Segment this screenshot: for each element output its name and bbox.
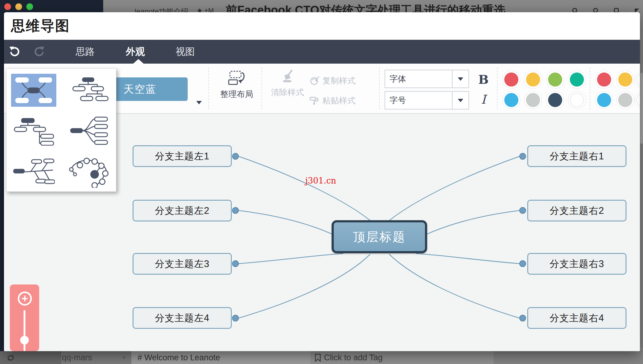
separator <box>208 67 209 110</box>
branch-node-right-1[interactable]: 分支主题右1 <box>527 145 626 167</box>
tree-chart-icon <box>13 117 55 146</box>
tab-label: 视图 <box>176 45 195 58</box>
branch-label: 分支主题右4 <box>550 312 604 325</box>
active-tab-caret <box>133 59 144 64</box>
color-swatch-yellow-2[interactable] <box>618 72 632 87</box>
font-size-dropdown-arrow[interactable] <box>452 92 468 109</box>
tab-waiguan[interactable]: 外观 <box>118 45 152 58</box>
theme-name: 天空蓝 <box>123 82 156 96</box>
paste-style-roller-icon <box>310 96 319 105</box>
mindmap-bidirectional-icon <box>11 74 56 107</box>
layout-option-fishbone[interactable] <box>13 157 55 185</box>
branch-label: 分支主题右2 <box>550 204 604 217</box>
layout-option-mindmap-bidirectional[interactable] <box>11 74 56 107</box>
color-swatch-teal[interactable] <box>570 72 584 87</box>
zoom-in-button[interactable]: + <box>18 292 32 306</box>
font-family-select[interactable]: 字体 <box>385 70 469 88</box>
color-swatch-white[interactable] <box>570 93 584 107</box>
tab-silu[interactable]: 思路 <box>68 45 102 58</box>
font-family-label: 字体 <box>389 73 406 84</box>
background-note-header: leanote功能介绍 ★ ±M 前Facebook CTO对传统文字处理工具进… <box>103 0 643 13</box>
root-node[interactable]: 顶层标题 <box>332 220 427 253</box>
separator <box>590 67 590 110</box>
color-swatch-partial[interactable] <box>637 93 640 107</box>
color-swatch-blue-2[interactable] <box>597 93 611 107</box>
zoom-slider-thumb[interactable] <box>20 336 29 344</box>
add-tag-text: Click to add Tag <box>324 353 383 362</box>
zoom-widget: + <box>10 284 39 351</box>
italic-button[interactable]: I <box>476 92 491 106</box>
color-swatch-blue[interactable] <box>504 93 518 107</box>
paste-style-button[interactable]: 粘贴样式 <box>310 95 355 106</box>
add-tag-hint[interactable]: Click to add Tag <box>324 351 383 364</box>
background-sidebar-edge <box>0 13 4 351</box>
traffic-light-zoom[interactable] <box>26 3 33 10</box>
paste-style-label: 粘贴样式 <box>322 95 355 106</box>
fishbone-icon <box>13 157 55 185</box>
color-swatch-red-2[interactable] <box>597 72 611 87</box>
color-swatch-partial[interactable] <box>637 72 640 87</box>
refresh-icon[interactable] <box>7 354 15 362</box>
theme-swatch-button[interactable]: 天空蓝 <box>115 77 188 101</box>
chevron-down-icon <box>458 77 463 81</box>
clear-style-button[interactable]: 清除样式 <box>268 70 307 98</box>
clear-style-label: 清除样式 <box>271 87 304 98</box>
branch-label: 分支主题左3 <box>155 258 209 270</box>
color-swatch-red[interactable] <box>504 72 518 87</box>
copy-style-label: 复制样式 <box>322 75 355 86</box>
color-swatch-gray[interactable] <box>526 93 540 107</box>
root-label: 顶层标题 <box>353 228 406 245</box>
copy-style-palette-icon <box>310 76 319 85</box>
tab-shitu[interactable]: 视图 <box>168 45 202 58</box>
color-swatch-green[interactable] <box>548 72 562 87</box>
statusbar-rest <box>494 351 643 364</box>
redo-icon[interactable] <box>33 46 45 58</box>
background-note-heading: 前Facebook CTO对传统文字处理工具进行的移动重选 <box>226 2 505 13</box>
branch-node-right-3[interactable]: 分支主题右3 <box>527 253 626 275</box>
watermark: j301.cn <box>305 176 336 185</box>
branch-label: 分支主题右1 <box>550 150 604 163</box>
branch-node-left-1[interactable]: 分支主题左1 <box>133 145 232 167</box>
org-chart-icon <box>68 76 109 102</box>
branch-node-right-4[interactable]: 分支主题右4 <box>527 307 626 329</box>
arrange-layout-button[interactable]: 整理布局 <box>217 70 257 100</box>
branch-node-left-2[interactable]: 分支主题左2 <box>133 200 232 221</box>
statusbar-notebook-tab[interactable]: qq-mars <box>62 351 92 364</box>
font-family-dropdown-arrow[interactable] <box>452 70 468 87</box>
separator <box>497 67 498 110</box>
color-swatch-yellow[interactable] <box>526 72 540 87</box>
chevron-down-icon <box>458 99 463 102</box>
statusbar-note-title: # Welcome to Leanote <box>137 351 220 364</box>
branch-node-left-3[interactable]: 分支主题左3 <box>133 253 232 275</box>
color-swatch-gray-2[interactable] <box>618 93 632 107</box>
layout-option-logic-right[interactable] <box>70 116 109 145</box>
theme-dropdown-arrow-icon[interactable] <box>196 101 202 104</box>
layout-option-org-chart[interactable] <box>68 76 109 102</box>
branch-label: 分支主题右3 <box>550 258 604 270</box>
copy-style-button[interactable]: 复制样式 <box>310 75 355 86</box>
separator <box>379 67 380 110</box>
arrange-layout-icon <box>228 70 246 87</box>
layout-option-bubble-web[interactable] <box>66 157 110 188</box>
branch-label: 分支主题左1 <box>155 150 209 163</box>
branch-node-left-4[interactable]: 分支主题左4 <box>133 307 232 329</box>
bold-button[interactable]: B <box>476 72 491 87</box>
note-title-text: # Welcome to Leanote <box>137 353 220 362</box>
bookmark-icon <box>314 354 321 362</box>
branch-node-right-2[interactable]: 分支主题右2 <box>527 200 626 221</box>
branch-label: 分支主题左2 <box>155 204 209 217</box>
dialog-titlebar: 思维导图 <box>4 12 640 40</box>
layout-picker-panel <box>6 68 116 192</box>
dialog-menubar: 思路 外观 视图 <box>4 40 640 64</box>
traffic-light-close[interactable] <box>4 3 11 10</box>
dialog-title: 思维导图 <box>11 17 70 35</box>
undo-icon[interactable] <box>9 46 21 58</box>
zoom-slider[interactable] <box>24 310 25 351</box>
notebook-close-button[interactable]: × <box>122 351 126 364</box>
color-swatch-navy[interactable] <box>548 93 562 107</box>
branch-label: 分支主题左4 <box>155 312 209 325</box>
background-scrollbar[interactable] <box>640 73 643 144</box>
traffic-light-minimize[interactable] <box>15 3 22 10</box>
font-size-select[interactable]: 字号 <box>385 91 469 110</box>
layout-option-tree-chart[interactable] <box>13 117 55 146</box>
